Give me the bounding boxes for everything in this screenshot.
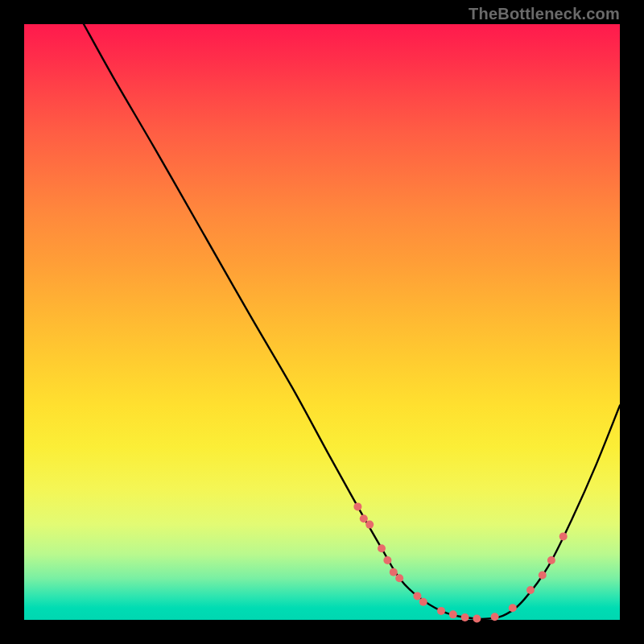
data-marker: [449, 610, 457, 618]
chart-stage: TheBottleneck.com: [0, 0, 644, 644]
data-marker: [383, 556, 391, 564]
data-marker: [539, 572, 547, 580]
data-marker: [413, 592, 421, 600]
data-marker: [390, 568, 398, 576]
data-marker: [526, 586, 535, 594]
data-marker: [419, 598, 427, 606]
curve-line: [84, 24, 620, 619]
data-markers: [353, 502, 567, 622]
data-marker: [461, 613, 469, 621]
data-marker: [473, 615, 481, 623]
watermark-text: TheBottleneck.com: [469, 5, 620, 23]
data-marker: [491, 613, 499, 621]
data-marker: [360, 514, 368, 522]
data-marker: [559, 532, 568, 540]
plot-area: [24, 24, 620, 620]
data-marker: [353, 502, 361, 510]
data-marker: [378, 544, 386, 552]
data-marker: [395, 574, 403, 582]
data-marker: [547, 556, 555, 564]
data-marker: [509, 604, 517, 612]
chart-svg: [24, 24, 620, 620]
data-marker: [365, 521, 374, 529]
data-marker: [437, 607, 445, 615]
